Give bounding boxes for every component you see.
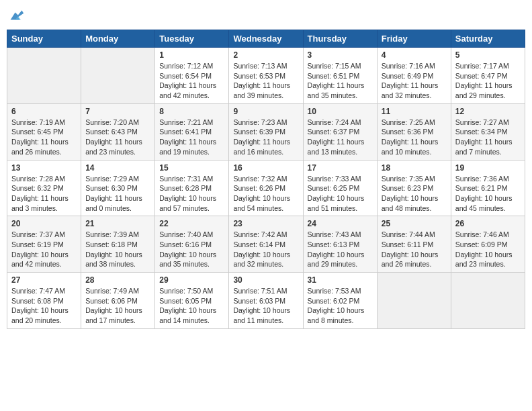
day-info: Sunrise: 7:53 AMSunset: 6:02 PMDaylight:… [308, 286, 373, 326]
day-number: 6 [11, 107, 77, 116]
calendar-cell: 7Sunrise: 7:20 AMSunset: 6:43 PMDaylight… [81, 103, 155, 160]
day-number: 20 [11, 219, 77, 228]
day-number: 1 [159, 50, 224, 60]
day-number: 13 [11, 163, 77, 173]
day-number: 28 [85, 275, 150, 285]
day-number: 9 [233, 107, 298, 116]
calendar-cell: 9Sunrise: 7:23 AMSunset: 6:39 PMDaylight… [229, 103, 303, 160]
day-number: 24 [308, 219, 373, 228]
calendar-cell: 3Sunrise: 7:15 AMSunset: 6:51 PMDaylight… [303, 48, 377, 104]
day-info: Sunrise: 7:39 AMSunset: 6:18 PMDaylight:… [85, 230, 150, 269]
calendar-cell: 29Sunrise: 7:50 AMSunset: 6:05 PMDayligh… [155, 273, 229, 329]
calendar-cell [81, 48, 155, 104]
day-info: Sunrise: 7:28 AMSunset: 6:32 PMDaylight:… [11, 174, 77, 214]
day-info: Sunrise: 7:19 AMSunset: 6:45 PMDaylight:… [11, 118, 77, 157]
day-number: 4 [382, 50, 447, 60]
calendar-cell: 10Sunrise: 7:24 AMSunset: 6:37 PMDayligh… [303, 103, 377, 160]
calendar-cell: 21Sunrise: 7:39 AMSunset: 6:18 PMDayligh… [81, 216, 155, 273]
weekday-header-tuesday: Tuesday [155, 30, 229, 48]
day-number: 19 [455, 163, 521, 173]
calendar-week-row: 13Sunrise: 7:28 AMSunset: 6:32 PMDayligh… [7, 160, 525, 216]
day-number: 8 [159, 107, 224, 116]
day-number: 25 [382, 219, 447, 228]
day-info: Sunrise: 7:21 AMSunset: 6:41 PMDaylight:… [159, 118, 224, 157]
day-info: Sunrise: 7:42 AMSunset: 6:14 PMDaylight:… [233, 230, 298, 269]
calendar-cell: 24Sunrise: 7:43 AMSunset: 6:13 PMDayligh… [303, 216, 377, 273]
day-info: Sunrise: 7:25 AMSunset: 6:36 PMDaylight:… [382, 118, 447, 157]
day-info: Sunrise: 7:29 AMSunset: 6:30 PMDaylight:… [85, 174, 150, 214]
weekday-header-monday: Monday [81, 30, 155, 48]
weekday-header-wednesday: Wednesday [229, 30, 303, 48]
day-info: Sunrise: 7:44 AMSunset: 6:11 PMDaylight:… [382, 230, 447, 269]
day-info: Sunrise: 7:37 AMSunset: 6:19 PMDaylight:… [11, 230, 77, 269]
calendar-cell: 28Sunrise: 7:49 AMSunset: 6:06 PMDayligh… [81, 273, 155, 329]
day-number: 29 [159, 275, 224, 285]
page-header [7, 7, 525, 26]
day-info: Sunrise: 7:17 AMSunset: 6:47 PMDaylight:… [455, 61, 521, 101]
calendar-cell [377, 273, 451, 329]
calendar-cell: 1Sunrise: 7:12 AMSunset: 6:54 PMDaylight… [155, 48, 229, 104]
day-number: 7 [85, 107, 150, 116]
calendar-cell: 25Sunrise: 7:44 AMSunset: 6:11 PMDayligh… [377, 216, 451, 273]
calendar-cell: 31Sunrise: 7:53 AMSunset: 6:02 PMDayligh… [303, 273, 377, 329]
day-info: Sunrise: 7:50 AMSunset: 6:05 PMDaylight:… [159, 286, 224, 326]
day-number: 12 [455, 107, 521, 116]
day-info: Sunrise: 7:35 AMSunset: 6:23 PMDaylight:… [382, 174, 447, 214]
calendar-cell: 5Sunrise: 7:17 AMSunset: 6:47 PMDaylight… [451, 48, 525, 104]
day-info: Sunrise: 7:20 AMSunset: 6:43 PMDaylight:… [85, 118, 150, 157]
calendar-week-row: 20Sunrise: 7:37 AMSunset: 6:19 PMDayligh… [7, 216, 525, 273]
weekday-header-saturday: Saturday [451, 30, 525, 48]
calendar-cell: 20Sunrise: 7:37 AMSunset: 6:19 PMDayligh… [7, 216, 81, 273]
day-number: 30 [233, 275, 298, 285]
day-number: 22 [159, 219, 224, 228]
calendar-header-row: SundayMondayTuesdayWednesdayThursdayFrid… [7, 30, 525, 48]
day-info: Sunrise: 7:31 AMSunset: 6:28 PMDaylight:… [159, 174, 224, 214]
day-number: 21 [85, 219, 150, 228]
calendar-cell: 19Sunrise: 7:36 AMSunset: 6:21 PMDayligh… [451, 160, 525, 216]
day-number: 17 [308, 163, 373, 173]
day-number: 3 [308, 50, 373, 60]
day-info: Sunrise: 7:27 AMSunset: 6:34 PMDaylight:… [455, 118, 521, 157]
day-info: Sunrise: 7:43 AMSunset: 6:13 PMDaylight:… [308, 230, 373, 269]
calendar-cell: 13Sunrise: 7:28 AMSunset: 6:32 PMDayligh… [7, 160, 81, 216]
calendar-cell: 2Sunrise: 7:13 AMSunset: 6:53 PMDaylight… [229, 48, 303, 104]
day-info: Sunrise: 7:16 AMSunset: 6:49 PMDaylight:… [382, 61, 447, 101]
day-number: 15 [159, 163, 224, 173]
day-number: 11 [382, 107, 447, 116]
calendar-week-row: 1Sunrise: 7:12 AMSunset: 6:54 PMDaylight… [7, 48, 525, 104]
weekday-header-sunday: Sunday [7, 30, 81, 48]
day-number: 31 [308, 275, 373, 285]
day-info: Sunrise: 7:46 AMSunset: 6:09 PMDaylight:… [455, 230, 521, 269]
day-number: 2 [233, 50, 298, 60]
day-info: Sunrise: 7:51 AMSunset: 6:03 PMDaylight:… [233, 286, 298, 326]
weekday-header-thursday: Thursday [303, 30, 377, 48]
day-number: 10 [308, 107, 373, 116]
day-info: Sunrise: 7:32 AMSunset: 6:26 PMDaylight:… [233, 174, 298, 214]
day-number: 14 [85, 163, 150, 173]
weekday-header-friday: Friday [377, 30, 451, 48]
day-info: Sunrise: 7:24 AMSunset: 6:37 PMDaylight:… [308, 118, 373, 157]
calendar-cell: 6Sunrise: 7:19 AMSunset: 6:45 PMDaylight… [7, 103, 81, 160]
calendar-cell [451, 273, 525, 329]
calendar-cell: 16Sunrise: 7:32 AMSunset: 6:26 PMDayligh… [229, 160, 303, 216]
day-number: 5 [455, 50, 521, 60]
day-number: 23 [233, 219, 298, 228]
day-info: Sunrise: 7:12 AMSunset: 6:54 PMDaylight:… [159, 61, 224, 101]
calendar-cell: 17Sunrise: 7:33 AMSunset: 6:25 PMDayligh… [303, 160, 377, 216]
day-info: Sunrise: 7:13 AMSunset: 6:53 PMDaylight:… [233, 61, 298, 101]
calendar-cell: 23Sunrise: 7:42 AMSunset: 6:14 PMDayligh… [229, 216, 303, 273]
calendar-cell: 14Sunrise: 7:29 AMSunset: 6:30 PMDayligh… [81, 160, 155, 216]
calendar-cell: 26Sunrise: 7:46 AMSunset: 6:09 PMDayligh… [451, 216, 525, 273]
calendar-cell: 8Sunrise: 7:21 AMSunset: 6:41 PMDaylight… [155, 103, 229, 160]
calendar-cell: 27Sunrise: 7:47 AMSunset: 6:08 PMDayligh… [7, 273, 81, 329]
day-number: 18 [382, 163, 447, 173]
calendar-cell: 4Sunrise: 7:16 AMSunset: 6:49 PMDaylight… [377, 48, 451, 104]
logo-bird-icon [7, 7, 26, 26]
calendar-cell: 11Sunrise: 7:25 AMSunset: 6:36 PMDayligh… [377, 103, 451, 160]
logo [7, 7, 27, 26]
calendar-cell: 12Sunrise: 7:27 AMSunset: 6:34 PMDayligh… [451, 103, 525, 160]
calendar-week-row: 6Sunrise: 7:19 AMSunset: 6:45 PMDaylight… [7, 103, 525, 160]
day-info: Sunrise: 7:15 AMSunset: 6:51 PMDaylight:… [308, 61, 373, 101]
calendar-cell: 30Sunrise: 7:51 AMSunset: 6:03 PMDayligh… [229, 273, 303, 329]
calendar-cell [7, 48, 81, 104]
